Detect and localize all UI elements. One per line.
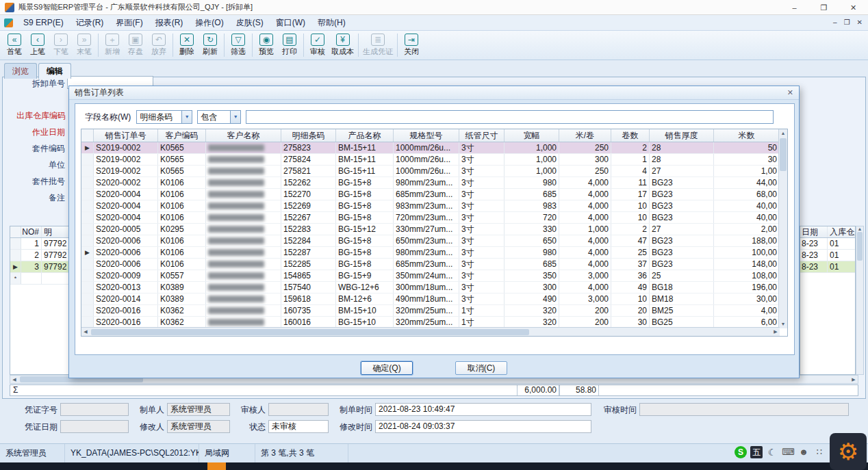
dialog-grid-row[interactable]: S2020-0016K0362160735BM-15+10320mm/25um.… [81, 305, 787, 317]
menu-item[interactable]: S9 ERP(E) [17, 15, 70, 30]
column-header[interactable]: 客户编码 [158, 129, 206, 142]
footer-field-value[interactable]: 2021-08-23 10:49:47 [375, 403, 591, 416]
column-header[interactable]: 产品名称 [336, 129, 394, 142]
mdi-restore-icon[interactable]: ❐ [844, 15, 850, 30]
toolbar-cost-button[interactable]: ¥取成本 [329, 33, 356, 57]
minimize-icon[interactable]: – [780, 0, 809, 14]
toolbar-refresh-button[interactable]: ↻刷新 [199, 33, 222, 57]
moon-icon[interactable]: ☾ [766, 446, 778, 458]
footer-field-label: 状态 [234, 421, 266, 433]
column-header[interactable]: 规格型号 [394, 129, 459, 142]
dialog-grid-row[interactable]: S2020-0004K0106152269BG-15+8983mm/23um..… [81, 200, 787, 212]
footer-field-value[interactable]: 未审核 [268, 420, 329, 433]
mdi-close-icon[interactable]: ✕ [857, 15, 863, 30]
scroll-right-icon[interactable]: ▶ [850, 377, 858, 382]
column-header[interactable]: 宽幅 [505, 129, 559, 142]
toolbar-first-button[interactable]: «首笔 [3, 33, 26, 57]
column-header[interactable]: 纸管尺寸 [459, 129, 505, 142]
dialog-grid-row[interactable]: S2020-0006K0106152285BG-15+8685mm/23um..… [81, 259, 787, 270]
maximize-icon[interactable]: ❐ [809, 0, 839, 14]
dialog-close-icon[interactable]: ✕ [787, 88, 793, 97]
menu-item[interactable]: 记录(R) [70, 15, 110, 30]
menu-item[interactable]: 报表(R) [149, 15, 190, 30]
scrollbar-thumb[interactable] [780, 138, 787, 171]
right-grid-row[interactable]: 8-2301 [800, 238, 855, 250]
toolbar-audit-button[interactable]: ✓审核 [306, 33, 329, 57]
filter-field-combobox[interactable]: 明细条码 ▼ [136, 110, 192, 124]
dialog-grid-row[interactable]: S2019-0002K0565275824BM-15+111000mm/26u.… [81, 154, 787, 166]
dialog-grid-row[interactable]: S2020-0014K0389159618BM-12+6490mm/18um..… [81, 293, 787, 305]
person-icon[interactable]: ☻ [797, 446, 810, 458]
footer-field-value[interactable] [60, 420, 129, 433]
toolbar-filter-button[interactable]: ▽筛选 [227, 33, 250, 57]
column-header[interactable]: 客户名称 [206, 129, 281, 142]
dialog-grid-row[interactable]: S2020-0005K0295152283BG-15+12330mm/27um.… [81, 224, 787, 235]
dialog-grid-vscrollbar[interactable]: ▲ ▼ [778, 129, 787, 328]
column-header[interactable]: 米数 [714, 129, 780, 142]
column-header[interactable]: NO# [21, 226, 42, 237]
tab-browse[interactable]: 浏览 [4, 63, 37, 79]
filter-value-input[interactable] [246, 110, 774, 124]
footer-field-value[interactable]: 2021-08-24 09:03:37 [375, 420, 591, 433]
toolbar-button-label: 存盘 [128, 47, 143, 57]
chevron-down-icon[interactable]: ▼ [230, 111, 240, 123]
cancel-button[interactable]: 取消(C) [455, 361, 507, 375]
scrollbar-thumb[interactable] [857, 232, 863, 261]
dialog-grid-row[interactable]: ▶S2019-0002K0565275823BM-15+111000mm/26u… [81, 142, 787, 154]
menu-item[interactable]: 窗口(W) [270, 15, 311, 30]
keyboard-icon[interactable]: ⌨ [782, 446, 794, 458]
dialog-grid-row[interactable]: S2020-0006K0106152284BG-15+8650mm/23um..… [81, 235, 787, 247]
scroll-right-icon[interactable]: ▶ [771, 329, 780, 335]
grid-cell: 1,000 [559, 224, 611, 235]
right-grid-row[interactable]: 8-2301 [800, 261, 855, 273]
footer-field-value[interactable]: 系统管理员 [167, 403, 230, 416]
right-grid-row[interactable]: 8-2301 [800, 250, 855, 261]
toolbar-delete-button[interactable]: ✕删除 [175, 33, 199, 57]
sogou-icon[interactable]: S [735, 446, 747, 458]
main-grid-vscrollbar[interactable]: ▲ [856, 226, 864, 375]
footer-field-value[interactable]: 系统管理员 [167, 420, 230, 433]
dialog-grid-row[interactable]: S2020-0004K0106152267BG-15+8720mm/23um..… [81, 212, 787, 224]
menu-item[interactable]: 皮肤(S) [230, 15, 270, 30]
menu-item[interactable]: 界面(F) [110, 15, 149, 30]
column-header[interactable]: 入库仓库 [828, 226, 855, 237]
dialog-grid-hscrollbar[interactable]: ◀ ▶ [81, 327, 780, 336]
scroll-up-icon[interactable]: ▲ [858, 226, 863, 231]
column-header[interactable]: 明细条码 [281, 129, 336, 142]
toolbar-close-button[interactable]: ⇥关闭 [400, 33, 423, 57]
dialog-grid-row[interactable]: S2020-0002K0106152262BG-15+8980mm/23um..… [81, 177, 787, 189]
footer-field-value[interactable] [268, 403, 329, 416]
footer-field-value[interactable] [639, 403, 849, 416]
dialog-grid-row[interactable]: S2020-0013K0389157540WBG-12+6300mm/18um.… [81, 282, 787, 293]
column-header[interactable]: 米/卷 [559, 129, 611, 142]
dialog-grid-row[interactable]: S2019-0002K0565275821BG-15+111000mm/26u.… [81, 166, 787, 177]
tab-edit[interactable]: 编辑 [38, 63, 71, 79]
scroll-left-icon[interactable]: ◀ [81, 329, 90, 335]
chevron-down-icon[interactable]: ▼ [181, 111, 192, 123]
scrollbar-thumb[interactable] [91, 329, 529, 335]
dialog-title-bar[interactable]: 销售订单列表 ✕ [69, 86, 799, 100]
dialog-grid-row[interactable]: ▶S2020-0006K0106152287BG-15+8980mm/23um.… [81, 247, 787, 259]
column-header[interactable]: 销售厚度 [650, 129, 714, 142]
scroll-left-icon[interactable]: ◀ [10, 377, 18, 382]
grid-icon[interactable]: ∷ [813, 446, 826, 458]
dialog-grid-row[interactable]: S2020-0009K0557154865BG-15+9350mm/24um..… [81, 270, 787, 282]
close-icon[interactable]: ✕ [839, 0, 868, 14]
column-header[interactable]: 销售订单号 [94, 129, 158, 142]
taskbar-app-indicator[interactable] [207, 462, 226, 470]
toolbar-prev-button[interactable]: ‹上笔 [26, 33, 49, 57]
menu-item[interactable]: 帮助(H) [311, 15, 352, 30]
scroll-up-icon[interactable]: ▲ [779, 129, 787, 138]
mdi-minimize-icon[interactable]: – [833, 15, 837, 30]
toolbar-preview-button[interactable]: ◉预览 [255, 33, 278, 57]
menu-item[interactable]: 操作(O) [189, 15, 229, 30]
wubi-icon[interactable]: 五 [750, 446, 763, 458]
column-header[interactable]: 卷数 [611, 129, 650, 142]
filter-operator-combobox[interactable]: 包含 ▼ [197, 110, 241, 124]
column-header[interactable]: 日期 [800, 226, 828, 237]
toolbar-print-button[interactable]: ▤打印 [278, 33, 301, 57]
dialog-grid-row[interactable]: S2020-0004K0106152270BG-15+8685mm/23um..… [81, 189, 787, 200]
footer-field-value[interactable] [60, 403, 129, 416]
ok-button[interactable]: 确定(Q) [361, 361, 413, 375]
scroll-down-icon[interactable]: ▼ [779, 320, 787, 328]
